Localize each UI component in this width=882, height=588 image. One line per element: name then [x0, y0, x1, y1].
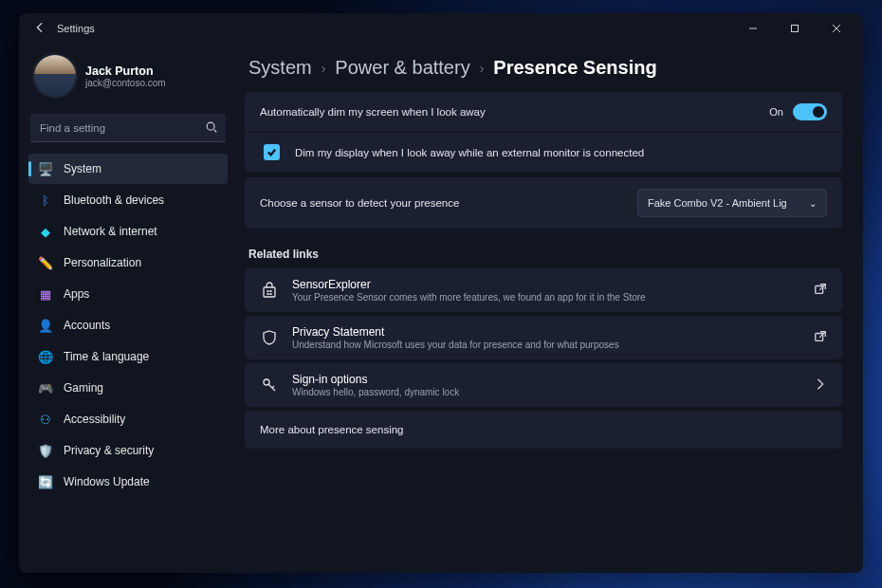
store-icon	[260, 281, 279, 300]
link-title: Privacy Statement	[292, 325, 800, 339]
nav-icon: 🎮	[38, 380, 53, 395]
breadcrumb: System › Power & battery › Presence Sens…	[245, 51, 842, 92]
sidebar-item-label: System	[64, 162, 101, 175]
nav-icon: ✏️	[38, 255, 53, 270]
search-input[interactable]	[30, 114, 226, 142]
sidebar-item-label: Time & language	[64, 350, 149, 363]
sensor-dropdown-value: Fake Combo V2 - Ambient Lig	[648, 197, 787, 209]
related-link-sign-in-options[interactable]: Sign-in optionsWindows hello, password, …	[245, 363, 842, 407]
open-icon	[814, 283, 827, 299]
link-body: SensorExplorerYour Presence Sensor comes…	[292, 278, 800, 303]
crumb-current: Presence Sensing	[493, 57, 656, 79]
dim-settings-card: Automatically dim my screen when I look …	[245, 92, 842, 172]
nav-list: 🖥️SystemᛒBluetooth & devices◆Network & i…	[28, 154, 228, 497]
svg-rect-2	[264, 287, 275, 297]
profile[interactable]: Jack Purton jack@contoso.com	[28, 47, 228, 110]
nav-icon: 🖥️	[38, 161, 53, 176]
sidebar-item-windows-update[interactable]: 🔄Windows Update	[28, 467, 228, 497]
open-icon	[814, 330, 827, 346]
search-icon	[205, 120, 218, 137]
dim-toggle-state: On	[769, 106, 783, 118]
nav-icon: 🔄	[38, 474, 53, 489]
link-body: Sign-in optionsWindows hello, password, …	[292, 373, 800, 397]
nav-icon: 👤	[38, 318, 53, 333]
sidebar-item-label: Personalization	[64, 256, 141, 269]
sidebar-item-label: Bluetooth & devices	[64, 193, 164, 207]
related-link-sensorexplorer[interactable]: SensorExplorerYour Presence Sensor comes…	[245, 268, 842, 312]
avatar	[34, 55, 76, 97]
nav-icon: ᛒ	[38, 193, 53, 208]
sidebar-item-network-internet[interactable]: ◆Network & internet	[28, 216, 228, 247]
svg-rect-6	[270, 293, 272, 295]
sidebar-item-label: Apps	[64, 287, 89, 301]
user-email: jack@contoso.com	[85, 78, 166, 88]
chevron-right-icon: ›	[322, 61, 326, 76]
related-link-privacy-statement[interactable]: Privacy StatementUnderstand how Microsof…	[245, 316, 842, 359]
sidebar-item-personalization[interactable]: ✏️Personalization	[28, 248, 228, 278]
sidebar-item-label: Gaming	[64, 381, 103, 395]
search-box	[30, 114, 226, 142]
sidebar-item-gaming[interactable]: 🎮Gaming	[28, 373, 228, 403]
dim-toggle-switch[interactable]	[793, 103, 827, 120]
nav-icon: 🌐	[38, 349, 53, 364]
sidebar-item-privacy-security[interactable]: 🛡️Privacy & security	[28, 435, 228, 466]
link-subtitle: Your Presence Sensor comes with more fea…	[292, 292, 800, 303]
more-about-link[interactable]: More about presence sensing	[245, 411, 842, 449]
sidebar-item-label: Accounts	[64, 319, 110, 332]
link-subtitle: Understand how Microsoft uses your data …	[292, 340, 800, 350]
sidebar-item-bluetooth-devices[interactable]: ᛒBluetooth & devices	[28, 185, 228, 215]
svg-rect-3	[267, 290, 269, 292]
user-name: Jack Purton	[85, 64, 166, 78]
key-icon	[260, 376, 279, 395]
chevron-right-icon	[814, 377, 827, 394]
svg-rect-5	[267, 293, 269, 295]
link-body: Privacy StatementUnderstand how Microsof…	[292, 325, 800, 350]
dim-external-label: Dim my display when I look away while an…	[295, 147, 827, 158]
back-button[interactable]	[30, 21, 49, 37]
chevron-down-icon: ⌄	[809, 198, 817, 209]
nav-icon: ⚇	[38, 412, 53, 427]
svg-rect-4	[270, 290, 272, 292]
main-content: System › Power & battery › Presence Sens…	[237, 44, 863, 573]
nav-icon: ▦	[38, 286, 53, 302]
dim-toggle-row: Automatically dim my screen when I look …	[245, 92, 842, 132]
maximize-button[interactable]	[774, 13, 816, 44]
dim-external-row: Dim my display when I look away while an…	[245, 132, 842, 172]
sensor-label: Choose a sensor to detect your presence	[260, 197, 637, 209]
dim-toggle-label: Automatically dim my screen when I look …	[260, 106, 769, 118]
app-title: Settings	[57, 23, 732, 34]
chevron-right-icon: ›	[480, 61, 485, 76]
dim-external-checkbox[interactable]	[264, 144, 280, 160]
sensor-card: Choose a sensor to detect your presence …	[245, 177, 842, 229]
sidebar: Jack Purton jack@contoso.com 🖥️SystemᛒBl…	[19, 44, 237, 573]
sidebar-item-accounts[interactable]: 👤Accounts	[28, 310, 228, 340]
sensor-row: Choose a sensor to detect your presence …	[245, 177, 842, 229]
sensor-dropdown[interactable]: Fake Combo V2 - Ambient Lig ⌄	[637, 189, 827, 217]
sidebar-item-label: Network & internet	[64, 225, 157, 238]
more-about-label: More about presence sensing	[260, 424, 404, 435]
shield-icon	[260, 328, 279, 347]
crumb-power[interactable]: Power & battery	[335, 57, 469, 79]
window-controls	[732, 13, 857, 44]
crumb-system[interactable]: System	[248, 57, 312, 79]
nav-icon: 🛡️	[38, 443, 53, 458]
svg-point-1	[207, 122, 214, 130]
link-title: Sign-in options	[292, 373, 800, 386]
sidebar-item-apps[interactable]: ▦Apps	[28, 279, 228, 309]
nav-icon: ◆	[38, 224, 53, 239]
sidebar-item-system[interactable]: 🖥️System	[28, 154, 228, 184]
titlebar: Settings	[19, 13, 863, 44]
sidebar-item-label: Windows Update	[64, 475, 150, 488]
related-links-header: Related links	[245, 234, 842, 268]
sidebar-item-time-language[interactable]: 🌐Time & language	[28, 341, 228, 372]
svg-rect-0	[792, 26, 799, 32]
close-button[interactable]	[816, 13, 857, 44]
settings-window: Settings Jack Purton jack@contoso.com	[19, 13, 863, 573]
minimize-button[interactable]	[732, 13, 774, 44]
sidebar-item-label: Privacy & security	[64, 444, 154, 457]
link-title: SensorExplorer	[292, 278, 800, 291]
sidebar-item-accessibility[interactable]: ⚇Accessibility	[28, 404, 228, 434]
link-subtitle: Windows hello, password, dynamic lock	[292, 387, 800, 397]
sidebar-item-label: Accessibility	[64, 413, 125, 426]
